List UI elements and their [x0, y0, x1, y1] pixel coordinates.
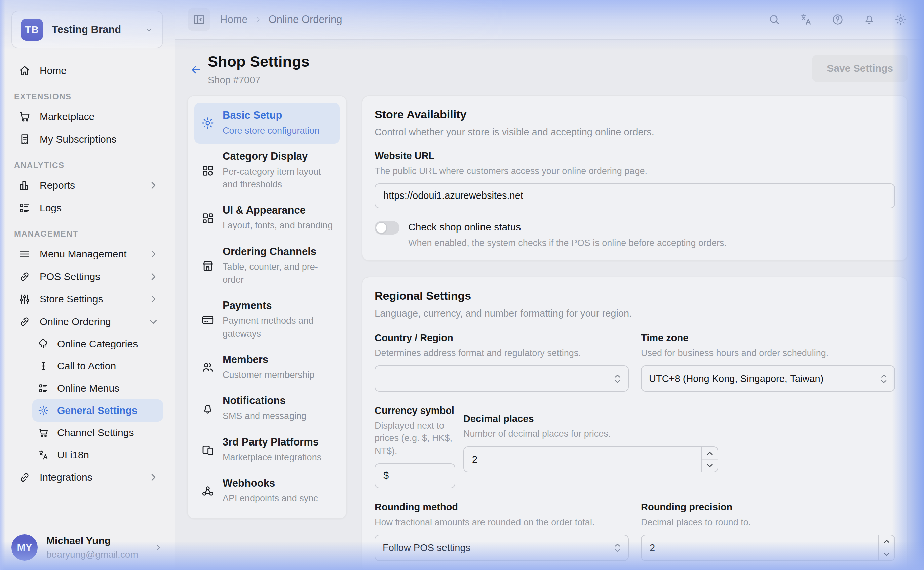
sidebar-item-label: Store Settings — [40, 293, 138, 305]
brand-avatar: TB — [21, 18, 43, 41]
sidebar-item-label: Online Ordering — [40, 316, 138, 327]
sidebar-subitem-general-settings[interactable]: General Settings — [32, 399, 163, 421]
toggle-helper: When enabled, the system checks if the P… — [408, 238, 727, 248]
sidebar-item-menu-management[interactable]: Menu Management — [11, 243, 163, 265]
translate-icon — [38, 449, 49, 461]
sidebar-item-integrations[interactable]: Integrations — [11, 466, 163, 489]
brand-switcher[interactable]: TB Testing Brand — [11, 11, 163, 49]
sidebar-subitem-online-menus[interactable]: Online Menus — [32, 377, 163, 399]
sliders-icon — [18, 293, 31, 305]
rounding-method-select[interactable]: Follow POS settings — [374, 535, 629, 561]
card-description: Control whether your store is visible an… — [374, 127, 895, 138]
online-status-toggle[interactable] — [374, 221, 399, 234]
settings-tab-basic-setup[interactable]: Basic Setup Core store configuration — [194, 103, 340, 144]
spinner-down-button[interactable] — [879, 548, 894, 561]
chevron-right-icon — [147, 293, 160, 305]
settings-tab-members[interactable]: Members Customer membership — [194, 347, 340, 388]
select-chevrons-icon — [614, 543, 621, 553]
settings-cards: Store Availability Control whether your … — [362, 95, 908, 570]
link-icon — [18, 471, 31, 484]
sidebar-subitem-label: General Settings — [57, 405, 137, 416]
sidebar-subitem-label: Call to Action — [57, 360, 116, 372]
sidebar-item-pos-settings[interactable]: POS Settings — [11, 265, 163, 288]
timezone-field: Time zone Used for business hours and or… — [641, 332, 895, 392]
toggle-thumb — [376, 222, 387, 233]
sidebar-subitem-call-to-action[interactable]: Call to Action — [32, 355, 163, 377]
sidebar-item-label: Logs — [40, 202, 160, 214]
breadcrumb-home[interactable]: Home — [220, 14, 248, 26]
gear-icon[interactable] — [894, 13, 907, 26]
settings-tab-category-display[interactable]: Category Display Per-category item layou… — [194, 144, 340, 198]
settings-tab-title: Basic Setup — [223, 109, 319, 121]
settings-tab-notifications[interactable]: Notifications SMS and messaging — [194, 388, 340, 429]
settings-tab-title: 3rd Party Platforms — [223, 436, 321, 448]
gear-icon — [201, 116, 215, 130]
select-value: Follow POS settings — [383, 542, 614, 553]
decimal-places-input[interactable]: 2 — [463, 446, 718, 472]
select-chevrons-icon — [881, 374, 887, 383]
sidebar-item-my-subscriptions[interactable]: My Subscriptions — [11, 128, 163, 150]
translate-icon[interactable] — [800, 13, 813, 26]
bell-icon[interactable] — [863, 13, 875, 26]
user-menu[interactable]: MY Michael Yung bearyung@gmail.com — [11, 534, 163, 561]
settings-tab-ui-appearance[interactable]: UI & Appearance Layout, fonts, and brand… — [194, 198, 340, 239]
sidebar-subitem-channel-settings[interactable]: Channel Settings — [32, 421, 163, 444]
save-settings-button[interactable]: Save Settings — [812, 55, 908, 82]
settings-tab-webhooks[interactable]: Webhooks API endpoints and sync — [194, 470, 340, 512]
website-url-input[interactable] — [374, 183, 895, 208]
sidebar-subitem-ui-i18n[interactable]: UI i18n — [32, 444, 163, 466]
sidebar-subitem-online-categories[interactable]: Online Categories — [32, 333, 163, 355]
search-icon[interactable] — [768, 13, 781, 26]
field-helper: Number of decimal places for prices. — [463, 428, 718, 440]
sidebar-collapse-button[interactable] — [188, 8, 211, 31]
currency-symbol-input[interactable] — [374, 463, 455, 488]
sidebar-item-label: My Subscriptions — [40, 133, 160, 145]
number-value: 2 — [464, 447, 701, 472]
sidebar-item-label: Reports — [40, 180, 138, 191]
number-value: 2 — [641, 535, 878, 560]
currency-symbol-field: Currency symbol Displayed next to prices… — [374, 405, 455, 488]
field-helper: The public URL where customers access yo… — [374, 165, 895, 177]
spinner-down-button[interactable] — [702, 459, 718, 472]
back-button[interactable] — [189, 63, 202, 77]
settings-tab-desc: Core store configuration — [223, 124, 319, 137]
country-field: Country / Region Determines address form… — [374, 332, 629, 392]
sidebar-item-label: Marketplace — [40, 111, 160, 123]
settings-tab-title: UI & Appearance — [223, 204, 333, 216]
storefront-icon — [201, 259, 215, 273]
webhook-icon — [201, 484, 215, 498]
rounding-precision-input[interactable]: 2 — [641, 535, 895, 561]
link-icon — [18, 315, 31, 328]
settings-tab-3rd-party-platforms[interactable]: 3rd Party Platforms Marketplace integrat… — [194, 429, 340, 470]
avatar: MY — [11, 534, 38, 561]
sidebar-item-store-settings[interactable]: Store Settings — [11, 288, 163, 310]
currency-decimal-row: Currency symbol Displayed next to prices… — [374, 405, 895, 488]
sidebar-item-reports[interactable]: Reports — [11, 174, 163, 196]
spinner-up-button[interactable] — [879, 535, 894, 548]
menu-icon — [18, 248, 31, 260]
sidebar-item-online-ordering[interactable]: Online Ordering — [11, 310, 163, 333]
sidebar-item-logs[interactable]: Logs — [11, 196, 163, 219]
cart-icon — [38, 427, 49, 438]
section-analytics: ANALYTICS — [11, 161, 163, 170]
devices-icon — [201, 443, 215, 457]
settings-tab-title: Notifications — [223, 395, 306, 407]
timezone-select[interactable]: UTC+8 (Hong Kong, Singapore, Taiwan) — [641, 365, 895, 392]
settings-tab-ordering-channels[interactable]: Ordering Channels Table, counter, and pr… — [194, 239, 340, 293]
sidebar-item-home[interactable]: Home — [11, 59, 163, 82]
country-select[interactable] — [374, 365, 629, 392]
user-name: Michael Yung — [46, 535, 145, 547]
rounding-precision-field: Rounding precision Decimal places to rou… — [641, 502, 895, 561]
field-label: Currency symbol — [374, 405, 455, 416]
sidebar-item-marketplace[interactable]: Marketplace — [11, 105, 163, 128]
spinner-up-button[interactable] — [702, 447, 718, 459]
sidebar-subitem-label: UI i18n — [57, 449, 89, 461]
settings-tab-desc: Customer membership — [223, 368, 315, 381]
help-icon[interactable] — [831, 13, 844, 26]
field-label: Rounding method — [374, 502, 629, 513]
field-label: Decimal places — [463, 413, 718, 424]
user-info: Michael Yung bearyung@gmail.com — [46, 535, 145, 560]
settings-tab-payments[interactable]: Payments Payment methods and gateways — [194, 293, 340, 347]
settings-tab-desc: SMS and messaging — [223, 409, 306, 422]
settings-section-nav: Basic Setup Core store configuration Cat… — [187, 95, 347, 519]
